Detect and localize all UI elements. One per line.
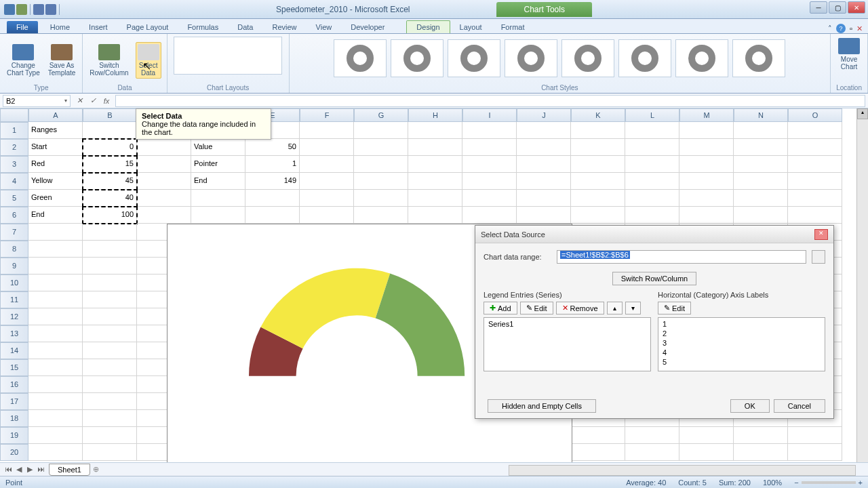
zoom-out-icon[interactable]: − [794,479,798,487]
cell[interactable]: 40 [83,190,137,207]
column-header[interactable]: K [571,108,625,122]
cell[interactable] [625,122,679,139]
chart-style-item[interactable] [561,39,614,77]
cell[interactable] [788,207,842,224]
cell[interactable] [625,444,679,461]
row-header[interactable]: 13 [0,325,28,342]
chart-style-item[interactable] [391,39,443,77]
tab-layout[interactable]: Layout [450,21,492,33]
row-header[interactable]: 3 [0,156,28,173]
cell[interactable] [83,308,137,325]
column-header[interactable]: G [354,108,408,122]
cell[interactable] [28,410,83,427]
cell[interactable]: 100 [83,207,137,224]
cell[interactable]: 0 [83,139,137,156]
move-chart-button[interactable]: Move Chart [837,37,861,72]
last-sheet-icon[interactable]: ⏭ [35,465,46,474]
close-button[interactable]: ✕ [848,1,865,14]
row-header[interactable]: 11 [0,291,28,308]
cell[interactable] [191,207,245,224]
column-header[interactable]: A [28,108,83,122]
column-header[interactable]: H [408,108,462,122]
cell[interactable] [83,376,137,393]
cell[interactable] [354,122,408,139]
cell[interactable] [734,139,788,156]
cell[interactable] [83,258,137,274]
cell[interactable] [679,156,734,173]
cell[interactable] [679,139,734,156]
cell[interactable] [679,122,734,139]
formula-input[interactable] [115,95,865,107]
cell[interactable] [517,156,571,173]
close-workbook-icon[interactable]: ✕ [856,24,863,33]
cell[interactable] [28,376,83,393]
move-down-icon[interactable]: ▾ [625,302,641,314]
fx-icon[interactable]: fx [100,95,113,107]
cell[interactable] [788,427,842,444]
cell[interactable] [83,359,137,376]
restore-window-icon[interactable]: ▫ [850,24,852,33]
row-header[interactable]: 2 [0,139,28,156]
cell[interactable] [300,139,354,156]
horizontal-scrollbar[interactable] [509,465,856,476]
cell[interactable] [137,139,191,156]
cell[interactable]: Green [28,190,83,207]
cell[interactable]: Yellow [28,173,83,190]
cancel-fx-icon[interactable]: ✕ [73,95,85,107]
cell[interactable] [679,173,734,190]
row-header[interactable]: 9 [0,258,28,274]
cell[interactable] [28,258,83,274]
row-header[interactable]: 4 [0,173,28,190]
add-series-button[interactable]: ✚Add [484,302,517,314]
tab-format[interactable]: Format [492,21,534,33]
cell[interactable] [625,427,679,444]
cell[interactable] [734,207,788,224]
cell[interactable] [788,156,842,173]
column-header[interactable]: I [462,108,517,122]
tab-formulas[interactable]: Formulas [178,21,228,33]
row-header[interactable]: 1 [0,122,28,139]
cell[interactable]: 50 [245,139,300,156]
tab-view[interactable]: View [307,21,342,33]
cell[interactable] [83,274,137,291]
cell[interactable] [625,173,679,190]
cell[interactable] [462,156,517,173]
row-header[interactable]: 12 [0,308,28,325]
switch-row-column-dialog-button[interactable]: Switch Row/Column [612,272,696,285]
cell[interactable] [83,427,137,444]
cell[interactable] [517,139,571,156]
cell[interactable]: End [191,173,245,190]
column-header[interactable]: M [679,108,734,122]
vertical-scrollbar[interactable]: ▴ [856,108,868,462]
cell[interactable] [300,156,354,173]
cell[interactable] [517,122,571,139]
zoom-slider[interactable] [802,481,856,484]
cell[interactable] [28,291,83,308]
ok-button[interactable]: OK [730,399,770,413]
chart-style-item[interactable] [675,39,728,77]
row-header[interactable]: 18 [0,410,28,427]
cell[interactable] [28,308,83,325]
cell[interactable] [734,122,788,139]
cell[interactable]: End [28,207,83,224]
cell[interactable] [462,122,517,139]
cell[interactable] [137,207,191,224]
excel-icon[interactable] [4,4,15,15]
cell[interactable] [83,325,137,342]
collapse-dialog-icon[interactable] [812,250,825,264]
cell[interactable] [408,207,462,224]
row-header[interactable]: 19 [0,427,28,444]
cell[interactable] [28,241,83,258]
minimize-ribbon-icon[interactable]: ˄ [828,24,832,33]
tab-design[interactable]: Design [406,20,450,33]
cell[interactable] [28,224,83,241]
cell[interactable] [625,207,679,224]
cell[interactable] [83,410,137,427]
column-header[interactable]: N [734,108,788,122]
cell[interactable] [571,207,625,224]
cell[interactable] [571,427,625,444]
cell[interactable] [28,274,83,291]
tab-insert[interactable]: Insert [79,21,117,33]
row-header[interactable]: 6 [0,207,28,224]
dialog-close-button[interactable]: ✕ [814,229,828,240]
